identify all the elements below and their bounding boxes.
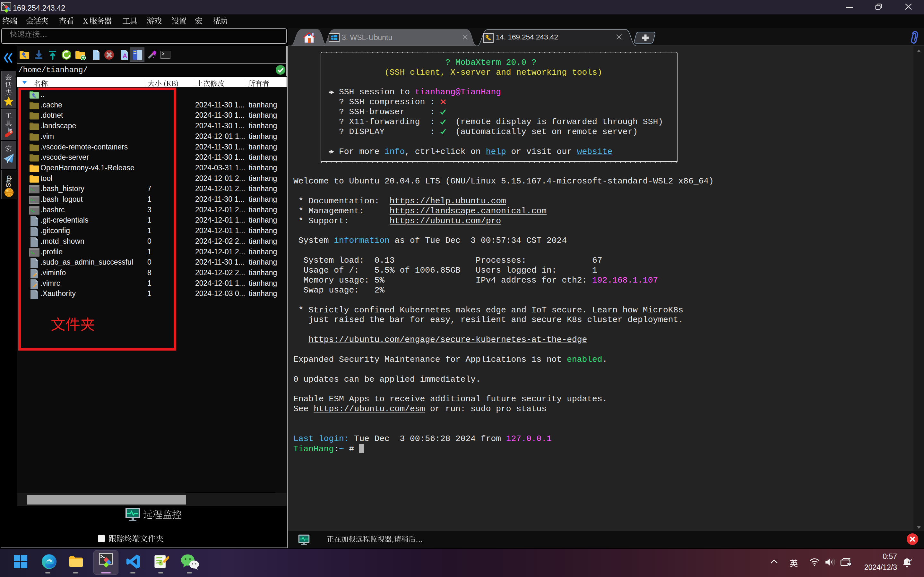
svg-text:z: z xyxy=(908,559,910,564)
svg-text:A: A xyxy=(123,52,127,59)
svg-text:z: z xyxy=(910,558,912,562)
